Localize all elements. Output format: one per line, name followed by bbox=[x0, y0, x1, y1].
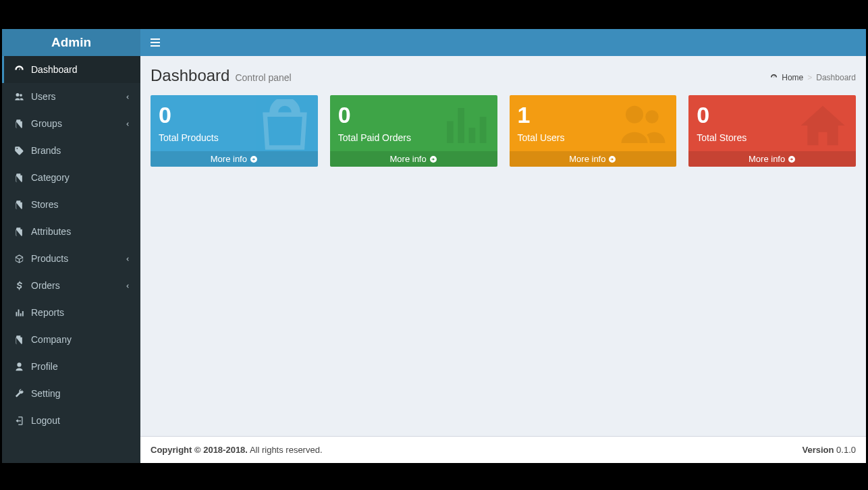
tag-icon bbox=[12, 146, 26, 156]
sidebar: Dashboard Users Groups Brands Category S… bbox=[2, 56, 140, 463]
sidebar-item-label: Reports bbox=[31, 307, 64, 318]
stat-cards-row: 0 Total Products More info 0 Total Paid … bbox=[151, 95, 856, 167]
logout-icon bbox=[12, 416, 26, 426]
users-icon bbox=[617, 99, 670, 154]
wrench-icon bbox=[12, 389, 26, 399]
sidebar-item-category[interactable]: Category bbox=[2, 164, 140, 191]
sidebar-item-label: Profile bbox=[31, 361, 58, 372]
arrow-circle-icon bbox=[429, 155, 437, 163]
sidebar-toggle-icon[interactable] bbox=[151, 38, 160, 47]
sidebar-item-users[interactable]: Users bbox=[2, 83, 140, 110]
sidebar-item-label: Dashboard bbox=[31, 64, 78, 75]
bar-icon bbox=[12, 308, 26, 318]
footer-version-value: 0.1.0 bbox=[836, 445, 856, 455]
user-icon bbox=[12, 362, 26, 372]
arrow-circle-icon bbox=[788, 155, 796, 163]
sidebar-item-label: Setting bbox=[31, 388, 61, 399]
sidebar-item-label: Attributes bbox=[31, 226, 71, 237]
breadcrumb-home[interactable]: Home bbox=[782, 73, 803, 82]
sidebar-item-label: Category bbox=[31, 172, 70, 183]
sidebar-item-label: Brands bbox=[31, 145, 61, 156]
chevron-left-icon bbox=[125, 280, 130, 291]
sidebar-item-orders[interactable]: Orders bbox=[2, 272, 140, 299]
sidebar-item-label: Groups bbox=[31, 118, 62, 129]
bag-icon bbox=[259, 99, 311, 154]
footer-copyright-strong: Copyright © 2018-2018. bbox=[151, 445, 248, 455]
sidebar-item-brands[interactable]: Brands bbox=[2, 137, 140, 164]
footer-version-label: Version bbox=[802, 445, 834, 455]
bar-icon bbox=[438, 99, 491, 154]
sidebar-item-dashboard[interactable]: Dashboard bbox=[2, 56, 140, 83]
sidebar-item-label: Logout bbox=[31, 415, 60, 426]
sidebar-item-label: Products bbox=[31, 253, 68, 264]
dollar-icon bbox=[12, 281, 26, 291]
stat-card-total-stores: 0 Total Stores More info bbox=[688, 95, 856, 167]
breadcrumb-current: Dashboard bbox=[816, 73, 856, 82]
sidebar-item-products[interactable]: Products bbox=[2, 245, 140, 272]
sidebar-item-label: Stores bbox=[31, 199, 58, 210]
logo[interactable]: Admin bbox=[2, 29, 140, 56]
sidebar-item-label: Orders bbox=[31, 280, 60, 291]
sidebar-item-profile[interactable]: Profile bbox=[2, 353, 140, 380]
chevron-left-icon bbox=[125, 91, 130, 102]
sidebar-item-setting[interactable]: Setting bbox=[2, 380, 140, 407]
navbar bbox=[140, 29, 866, 56]
sidebar-item-logout[interactable]: Logout bbox=[2, 407, 140, 434]
sidebar-item-reports[interactable]: Reports bbox=[2, 299, 140, 326]
files-icon bbox=[12, 173, 26, 183]
arrow-circle-icon bbox=[608, 155, 616, 163]
dashboard-icon bbox=[770, 74, 778, 81]
chevron-left-icon bbox=[125, 253, 130, 264]
arrow-circle-icon bbox=[250, 155, 258, 163]
footer: Copyright © 2018-2018. All rights reserv… bbox=[140, 436, 866, 463]
footer-copyright-rest: All rights reserved. bbox=[250, 445, 323, 455]
page-subtitle: Control panel bbox=[235, 72, 291, 83]
sidebar-item-stores[interactable]: Stores bbox=[2, 191, 140, 218]
files-icon bbox=[12, 119, 26, 129]
files-icon bbox=[12, 200, 26, 210]
sidebar-item-label: Company bbox=[31, 334, 72, 345]
stat-card-total-paid-orders: 0 Total Paid Orders More info bbox=[330, 95, 497, 167]
files-icon bbox=[12, 335, 26, 345]
chevron-left-icon bbox=[125, 118, 130, 129]
cube-icon bbox=[12, 254, 26, 264]
sidebar-item-attributes[interactable]: Attributes bbox=[2, 218, 140, 245]
home-icon bbox=[796, 99, 849, 154]
sidebar-item-label: Users bbox=[31, 91, 56, 102]
stat-card-total-products: 0 Total Products More info bbox=[151, 95, 318, 167]
page-title: Dashboard bbox=[151, 66, 229, 85]
users-icon bbox=[12, 92, 26, 102]
stat-card-total-users: 1 Total Users More info bbox=[510, 95, 677, 167]
sidebar-item-company[interactable]: Company bbox=[2, 326, 140, 353]
breadcrumb-separator: > bbox=[807, 73, 812, 82]
breadcrumb: Home > Dashboard bbox=[770, 73, 856, 82]
content-header: Dashboard Control panel Home > Dashboard bbox=[140, 56, 866, 92]
dashboard-icon bbox=[12, 65, 26, 75]
sidebar-item-groups[interactable]: Groups bbox=[2, 110, 140, 137]
files-icon bbox=[12, 227, 26, 237]
